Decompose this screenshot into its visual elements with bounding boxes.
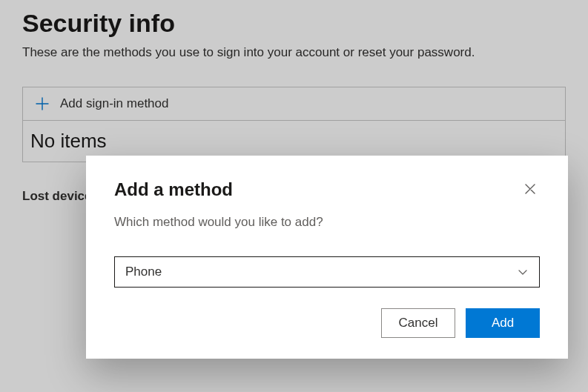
chevron-down-icon	[517, 266, 529, 278]
method-select-value: Phone	[125, 265, 162, 279]
add-button[interactable]: Add	[466, 308, 540, 338]
method-select[interactable]: Phone	[114, 256, 540, 288]
dialog-header: Add a method	[114, 179, 540, 200]
close-button[interactable]	[521, 179, 540, 199]
dialog-prompt: Which method would you like to add?	[114, 215, 540, 230]
add-method-dialog: Add a method Which method would you like…	[86, 156, 568, 359]
dialog-title: Add a method	[114, 179, 233, 200]
close-icon	[523, 182, 537, 196]
cancel-button[interactable]: Cancel	[381, 308, 455, 338]
dialog-actions: Cancel Add	[114, 308, 540, 338]
